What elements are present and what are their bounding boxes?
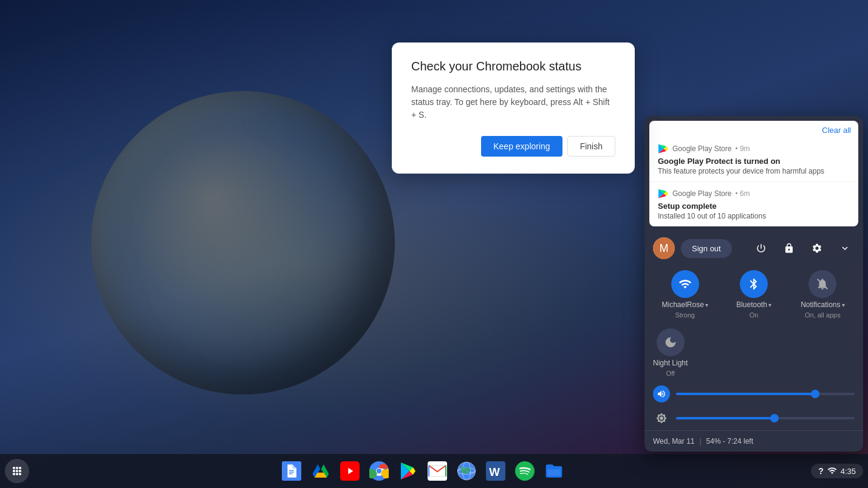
finish-button[interactable]: Finish [567,136,615,157]
wifi-label: MichaelRose [661,300,703,309]
play-store-icon-2 [658,188,669,199]
night-light-icon-container [657,328,685,356]
keep-exploring-button[interactable]: Keep exploring [481,136,562,157]
globe-decoration [91,91,395,395]
taskbar-app-google-earth[interactable] [453,458,480,484]
wifi-icon-container [671,270,699,298]
app-launcher-button[interactable] [5,459,29,483]
notifications-toggle[interactable]: Notifications ▾ On, all apps [791,270,855,319]
wifi-toggle[interactable]: MichaelRose ▾ Strong [653,270,717,319]
taskbar-app-chrome[interactable] [366,458,392,484]
notification-source-name-2: Google Play Store [672,189,731,198]
expand-button[interactable] [835,239,855,258]
settings-icon [812,243,822,254]
notifications-sublabel: On, all apps [805,311,841,319]
microsoft-word-icon: W [486,461,505,481]
night-light-toggle[interactable]: Night Light Off [653,328,688,377]
gmail-icon [428,461,447,481]
notification-body-1: This feature protects your device from h… [658,167,850,175]
brightness-slider-track[interactable] [676,417,855,419]
notification-body-2: Installed 10 out of 10 applications [658,212,850,220]
bluetooth-icon [747,277,760,291]
notifications-icon-container [808,270,836,298]
panel-footer: Wed, Mar 11 | 54% - 7:24 left [644,430,863,452]
notification-item-1[interactable]: Google Play Store • 9m Google Play Prote… [649,137,858,182]
volume-slider-thumb[interactable] [811,390,819,398]
brightness-slider-row [644,406,863,430]
dialog-actions: Keep exploring Finish [411,136,615,157]
svg-point-5 [19,467,21,469]
taskbar-app-google-docs[interactable] [278,458,305,484]
play-store-icon-1 [658,143,669,154]
svg-rect-15 [289,473,292,474]
wifi-chevron: ▾ [705,302,708,308]
help-icon: ? [818,466,824,476]
settings-button[interactable] [807,239,827,258]
taskbar-apps: W [34,458,811,484]
wifi-status-icon [827,467,837,475]
google-docs-icon [282,461,301,481]
taskbar-app-youtube[interactable] [337,458,363,484]
taskbar-app-google-play[interactable] [395,458,422,484]
files-icon [544,461,564,481]
svg-rect-14 [289,472,294,472]
notifications-icon [816,277,829,291]
tray-controls: M Sign out [644,231,863,265]
lock-button[interactable] [779,239,799,258]
notification-source-time-1: • 9m [735,144,750,153]
bluetooth-toggle[interactable]: Bluetooth ▾ On [722,270,785,319]
toggle-area: MichaelRose ▾ Strong Bluetooth ▾ On [644,265,863,324]
taskbar-status-area[interactable]: ? 4:35 [811,464,863,478]
taskbar-time: 4:35 [841,467,856,476]
wifi-icon [678,277,692,291]
svg-point-7 [16,470,18,472]
notifications-label: Notifications [801,300,840,309]
notification-item-2[interactable]: Google Play Store • 6m Setup complete In… [649,182,858,226]
bluetooth-chevron: ▾ [768,302,771,308]
footer-date: Wed, Mar 11 [653,437,694,446]
lock-icon [784,243,795,254]
launcher-icon [11,465,23,477]
svg-point-21 [377,469,381,473]
footer-separator: | [699,437,701,446]
taskbar-app-spotify[interactable] [511,458,538,484]
svg-rect-13 [289,470,294,471]
brightness-icon[interactable] [653,410,670,427]
user-avatar[interactable]: M [653,237,675,259]
night-light-label: Night Light [653,359,688,367]
notification-source-1: Google Play Store • 9m [658,143,850,154]
quick-settings-panel: Clear all Google Play Store • 9m Google … [644,116,863,452]
avatar-icon: M [653,237,675,259]
dialog-body: Manage connections, updates, and setting… [411,83,615,121]
taskbar-app-google-drive[interactable] [307,458,334,484]
wifi-label-row: MichaelRose ▾ [661,300,708,309]
svg-point-9 [13,473,15,475]
google-drive-icon [311,461,330,481]
desktop: Check your Chromebook status Manage conn… [0,0,868,488]
dialog-title: Check your Chromebook status [411,59,615,73]
taskbar-app-gmail[interactable] [424,458,451,484]
volume-icon[interactable] [653,385,670,402]
svg-point-10 [16,473,18,475]
svg-text:M: M [660,242,669,254]
brightness-icon-svg [656,413,667,424]
chrome-icon [369,461,389,481]
sign-out-button[interactable]: Sign out [681,239,732,258]
spotify-icon [515,461,535,481]
night-light-icon [664,336,677,349]
svg-point-11 [19,473,21,475]
tray-system-icons [751,239,855,258]
svg-point-4 [16,467,18,469]
taskbar-app-files[interactable] [541,458,567,484]
taskbar: W [0,454,868,488]
google-play-icon [398,461,418,481]
brightness-slider-thumb[interactable] [770,414,779,422]
taskbar-app-microsoft-word[interactable]: W [482,458,509,484]
volume-slider-track[interactable] [676,393,855,395]
bluetooth-icon-container [740,270,768,298]
notification-source-2: Google Play Store • 6m [658,188,850,199]
clear-all-button[interactable]: Clear all [822,126,851,135]
night-light-row: Night Light Off [644,324,863,382]
volume-up-icon [657,389,666,399]
power-button[interactable] [751,239,771,258]
